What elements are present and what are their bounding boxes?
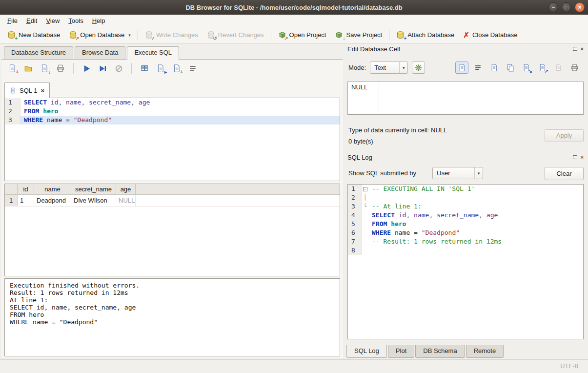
format-sql-icon[interactable] (187, 62, 199, 74)
attach-database-label: Attach Database (407, 31, 454, 39)
cell-editor[interactable]: NULL (347, 82, 584, 115)
code-text: -- (368, 193, 583, 202)
clear-log-button[interactable]: Clear (545, 167, 584, 180)
menu-edit[interactable]: Edit (22, 16, 41, 26)
status-bar: UTF-8 (0, 359, 588, 373)
print-cell-icon[interactable] (568, 62, 581, 74)
menu-tools[interactable]: Tools (64, 16, 87, 26)
column-header-secret_name[interactable]: secret_name (71, 184, 116, 194)
undock-panel-icon[interactable] (573, 155, 577, 159)
create-view-icon[interactable]: + (171, 62, 182, 74)
maximize-button[interactable]: □ (562, 2, 571, 12)
new-sql-tab-icon[interactable]: + (6, 62, 18, 74)
grid-corner (5, 184, 18, 194)
code-line: 1−-- EXECUTING ALL IN 'SQL 1' (348, 185, 583, 193)
code-line: 8 (348, 246, 583, 255)
tab-database-structure[interactable]: Database Structure (4, 46, 73, 59)
table-cell[interactable]: 1 (18, 195, 34, 206)
close-database-label: Close Database (472, 31, 518, 39)
column-header-name[interactable]: name (34, 184, 71, 194)
word-wrap-icon[interactable] (471, 62, 485, 74)
tab-sql-log[interactable]: SQL Log (346, 345, 387, 358)
save-project-icon: ↓ (335, 31, 343, 39)
window-controls: – □ × (548, 2, 585, 12)
new-database-button[interactable]: + New Database (3, 28, 64, 41)
text-mode-icon[interactable] (455, 62, 468, 74)
save-results-view-icon[interactable]: ▸ (155, 62, 166, 74)
tab-browse-data[interactable]: Browse Data (75, 46, 125, 59)
tab-db-schema[interactable]: DB Schema (415, 345, 465, 358)
export-results-icon[interactable] (139, 62, 150, 74)
close-window-button[interactable]: × (575, 2, 585, 12)
submitted-by-select[interactable]: User ▾ (432, 167, 483, 179)
column-header-id[interactable]: id (18, 184, 34, 194)
close-tab-icon[interactable]: × (41, 87, 44, 94)
new-database-icon: + (7, 31, 16, 39)
open-project-icon: ↗ (278, 31, 286, 39)
main-tab-bar: Database Structure Browse Data Execute S… (4, 46, 181, 60)
code-line: 1SELECT id, name, secret_name, age (5, 98, 340, 107)
print-sql-icon[interactable] (55, 62, 66, 74)
table-cell[interactable]: Deadpond (34, 195, 71, 206)
save-project-button[interactable]: ↓ Save Project (330, 28, 386, 41)
results-grid[interactable]: idnamesecret_nameage 11DeadpondDive Wils… (4, 184, 340, 276)
table-cell[interactable]: Dive Wilson (71, 195, 116, 206)
line-number: 4 (348, 211, 362, 220)
cell-settings-button[interactable] (412, 62, 425, 74)
table-cell[interactable]: NULL (116, 195, 136, 206)
cell-editor-area[interactable] (379, 82, 583, 114)
export-cell-data-icon[interactable]: ↗ (536, 62, 549, 74)
tab-execute-sql[interactable]: Execute SQL (127, 46, 179, 60)
save-sql-file-icon[interactable]: ↓ (39, 62, 50, 74)
open-sql-file-icon[interactable] (22, 62, 34, 74)
tab-plot[interactable]: Plot (388, 345, 414, 358)
chevron-down-icon[interactable]: ▾ (128, 33, 131, 38)
sql-log-lines: 1−-- EXECUTING ALL IN 'SQL 1'2│--3└-- At… (348, 185, 583, 255)
close-panel-icon[interactable]: × (581, 155, 584, 160)
window-title: DB Browser for SQLite - /home/user/code/… (185, 4, 402, 11)
paste-cell-icon[interactable] (504, 62, 517, 74)
execute-current-line-icon[interactable] (97, 62, 108, 74)
mode-select[interactable]: Text ▾ (370, 62, 408, 74)
sql-editor[interactable]: 1SELECT id, name, secret_name, age2FROM … (4, 98, 340, 181)
undock-panel-icon[interactable] (573, 47, 577, 51)
cell-editor-content: NULL (348, 82, 379, 114)
menu-view[interactable]: View (41, 16, 64, 26)
code-line: 2│-- (348, 193, 583, 202)
edit-cell-title: Edit Database Cell (347, 45, 400, 53)
line-number: 1 (348, 185, 362, 193)
code-line: 2FROM hero (5, 107, 340, 116)
sql-tab-label: SQL 1 (20, 87, 37, 94)
line-number: 2 (5, 107, 20, 116)
fold-marker[interactable]: − (362, 185, 368, 193)
write-changes-label: Write Changes (156, 31, 198, 39)
open-project-button[interactable]: ↗ Open Project (274, 28, 331, 41)
attach-database-button[interactable]: + Attach Database (392, 28, 459, 41)
row-header[interactable]: 1 (5, 195, 18, 206)
chevron-down-icon: ▾ (399, 62, 407, 73)
code-text: FROM hero (368, 220, 583, 228)
minimize-button[interactable]: – (548, 2, 558, 12)
copy-cell-icon[interactable] (487, 62, 501, 74)
execute-sql-toolbar: + ↓ ▸ + (6, 62, 199, 74)
close-database-button[interactable]: ✗ Close Database (459, 29, 522, 41)
close-panel-icon[interactable]: × (581, 46, 584, 51)
gear-icon (414, 63, 423, 72)
revert-changes-button: ↺ Revert Changes (203, 28, 268, 41)
menu-help[interactable]: Help (88, 16, 110, 26)
encoding-indicator[interactable]: UTF-8 (560, 362, 578, 370)
title-bar: DB Browser for SQLite - /home/user/code/… (0, 0, 588, 15)
import-cell-data-icon[interactable]: ↘ (520, 62, 533, 74)
sql-log-view[interactable]: 1−-- EXECUTING ALL IN 'SQL 1'2│--3└-- At… (347, 184, 584, 339)
column-header-age[interactable]: age (116, 184, 136, 194)
code-text: FROM hero (20, 107, 340, 116)
execute-all-icon[interactable] (81, 62, 92, 74)
sql-editor-tab[interactable]: SQL 1 × (4, 82, 50, 98)
tab-remote[interactable]: Remote (466, 345, 504, 358)
open-database-button[interactable]: ↗ Open Database ▾ (64, 28, 135, 41)
mode-label: Mode: (348, 64, 366, 71)
menu-file[interactable]: File (3, 16, 22, 26)
code-text: WHERE name = "Deadpond" (368, 228, 583, 237)
chevron-down-icon: ▾ (474, 167, 483, 179)
revert-changes-label: Revert Changes (218, 31, 264, 39)
